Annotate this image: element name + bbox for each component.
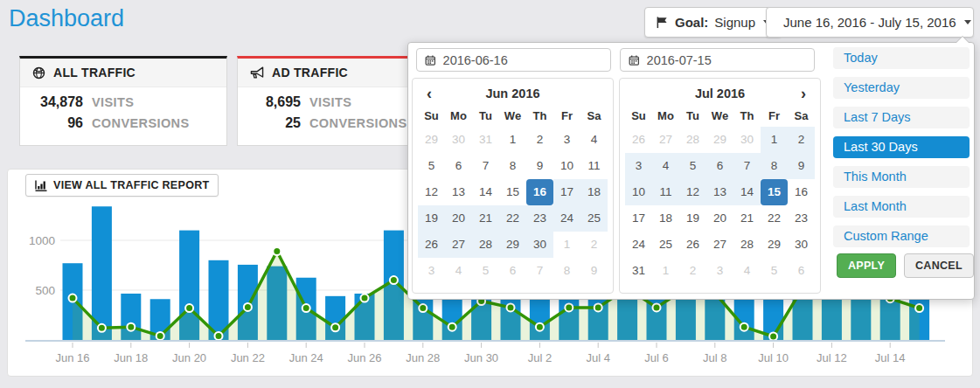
day-cell[interactable]: 4 bbox=[733, 258, 761, 284]
apply-button[interactable]: APPLY bbox=[837, 253, 896, 278]
day-cell[interactable]: 21 bbox=[472, 205, 499, 232]
day-cell[interactable]: 24 bbox=[625, 232, 652, 258]
day-cell[interactable]: 16 bbox=[788, 179, 815, 205]
start-date-field[interactable] bbox=[416, 48, 611, 72]
day-cell[interactable]: 3 bbox=[706, 258, 733, 284]
day-cell[interactable]: 30 bbox=[526, 232, 553, 258]
day-cell[interactable]: 28 bbox=[733, 232, 761, 258]
day-cell[interactable]: 27 bbox=[652, 127, 679, 153]
start-date-input[interactable] bbox=[443, 53, 602, 67]
day-cell[interactable]: 8 bbox=[761, 153, 788, 179]
day-cell[interactable]: 1 bbox=[652, 258, 679, 284]
day-cell[interactable]: 30 bbox=[788, 232, 815, 258]
day-cell[interactable]: 19 bbox=[418, 205, 445, 232]
preset-this-month[interactable]: This Month bbox=[833, 166, 970, 188]
cancel-button[interactable]: CANCEL bbox=[904, 253, 974, 278]
date-range-button[interactable]: June 16, 2016 - July 15, 2016 bbox=[766, 7, 974, 38]
day-cell[interactable]: 1 bbox=[499, 127, 526, 153]
preset-today[interactable]: Today bbox=[833, 47, 970, 69]
day-cell[interactable]: 26 bbox=[679, 232, 706, 258]
day-cell[interactable]: 13 bbox=[445, 179, 472, 205]
day-cell[interactable]: 5 bbox=[472, 258, 499, 284]
day-cell[interactable]: 25 bbox=[580, 205, 608, 232]
day-cell[interactable]: 28 bbox=[679, 127, 706, 153]
day-cell[interactable]: 29 bbox=[418, 127, 445, 153]
day-cell[interactable]: 12 bbox=[679, 179, 706, 205]
day-cell[interactable]: 3 bbox=[418, 258, 445, 284]
day-cell[interactable]: 3 bbox=[625, 153, 652, 179]
preset-last-month[interactable]: Last Month bbox=[833, 196, 970, 218]
end-date-input[interactable] bbox=[647, 53, 806, 67]
day-cell[interactable]: 10 bbox=[553, 153, 580, 179]
day-cell[interactable]: 28 bbox=[472, 232, 499, 258]
day-cell[interactable]: 20 bbox=[706, 205, 733, 232]
day-cell[interactable]: 7 bbox=[472, 153, 499, 179]
day-cell[interactable]: 30 bbox=[445, 127, 472, 153]
day-cell[interactable]: 4 bbox=[652, 153, 679, 179]
day-cell[interactable]: 23 bbox=[526, 205, 553, 232]
day-cell[interactable]: 22 bbox=[499, 205, 526, 232]
day-cell[interactable]: 26 bbox=[625, 127, 652, 153]
day-cell[interactable]: 13 bbox=[706, 179, 733, 205]
day-cell[interactable]: 29 bbox=[761, 232, 788, 258]
day-cell[interactable]: 6 bbox=[706, 153, 733, 179]
day-cell[interactable]: 7 bbox=[526, 258, 553, 284]
next-month-icon[interactable]: › bbox=[792, 85, 815, 102]
day-cell[interactable]: 12 bbox=[418, 179, 445, 205]
day-cell[interactable]: 29 bbox=[499, 232, 526, 258]
day-cell[interactable]: 8 bbox=[553, 258, 580, 284]
preset-yesterday[interactable]: Yesterday bbox=[833, 77, 970, 99]
day-cell[interactable]: 2 bbox=[788, 127, 815, 153]
goal-selector-button[interactable]: Goal: Signup bbox=[644, 7, 782, 38]
day-cell[interactable]: 8 bbox=[499, 153, 526, 179]
day-cell[interactable]: 14 bbox=[472, 179, 499, 205]
day-cell[interactable]: 5 bbox=[761, 258, 788, 284]
day-cell[interactable]: 22 bbox=[761, 205, 788, 232]
day-cell[interactable]: 18 bbox=[580, 179, 608, 205]
day-cell[interactable]: 6 bbox=[788, 258, 815, 284]
day-cell[interactable]: 15 bbox=[761, 179, 788, 205]
day-cell[interactable]: 2 bbox=[526, 127, 553, 153]
day-cell[interactable]: 7 bbox=[733, 153, 761, 179]
day-cell[interactable]: 9 bbox=[526, 153, 553, 179]
day-cell[interactable]: 5 bbox=[418, 153, 445, 179]
end-date-field[interactable] bbox=[620, 48, 815, 72]
day-cell[interactable]: 1 bbox=[553, 232, 580, 258]
day-cell[interactable]: 1 bbox=[761, 127, 788, 153]
day-cell[interactable]: 9 bbox=[580, 258, 608, 284]
preset-last-30-days[interactable]: Last 30 Days bbox=[833, 136, 970, 158]
day-cell[interactable]: 4 bbox=[445, 258, 472, 284]
day-cell[interactable]: 16 bbox=[526, 179, 553, 205]
preset-last-7-days[interactable]: Last 7 Days bbox=[833, 107, 970, 128]
day-cell[interactable]: 30 bbox=[733, 127, 761, 153]
day-cell[interactable]: 17 bbox=[553, 179, 580, 205]
day-cell[interactable]: 27 bbox=[706, 232, 733, 258]
view-all-traffic-report-button[interactable]: VIEW ALL TRAFFIC REPORT bbox=[25, 174, 219, 197]
day-cell[interactable]: 18 bbox=[652, 205, 679, 232]
day-cell[interactable]: 9 bbox=[788, 153, 815, 179]
day-cell[interactable]: 31 bbox=[472, 127, 499, 153]
day-cell[interactable]: 2 bbox=[679, 258, 706, 284]
day-cell[interactable]: 5 bbox=[679, 153, 706, 179]
day-cell[interactable]: 17 bbox=[625, 205, 652, 232]
day-cell[interactable]: 15 bbox=[499, 179, 526, 205]
day-cell[interactable]: 24 bbox=[553, 205, 580, 232]
day-cell[interactable]: 14 bbox=[733, 179, 761, 205]
day-cell[interactable]: 21 bbox=[733, 205, 761, 232]
day-cell[interactable]: 23 bbox=[788, 205, 815, 232]
day-cell[interactable]: 20 bbox=[445, 205, 472, 232]
day-cell[interactable]: 25 bbox=[652, 232, 679, 258]
preset-custom-range[interactable]: Custom Range bbox=[833, 225, 970, 247]
day-cell[interactable]: 10 bbox=[625, 179, 652, 205]
day-cell[interactable]: 2 bbox=[580, 232, 608, 258]
day-cell[interactable]: 6 bbox=[445, 153, 472, 179]
prev-month-icon[interactable]: ‹ bbox=[418, 85, 441, 102]
day-cell[interactable]: 19 bbox=[679, 205, 706, 232]
day-cell[interactable]: 3 bbox=[553, 127, 580, 153]
day-cell[interactable]: 26 bbox=[418, 232, 445, 258]
day-cell[interactable]: 11 bbox=[652, 179, 679, 205]
day-cell[interactable]: 11 bbox=[580, 153, 608, 179]
day-cell[interactable]: 6 bbox=[499, 258, 526, 284]
day-cell[interactable]: 4 bbox=[580, 127, 608, 153]
day-cell[interactable]: 31 bbox=[625, 258, 652, 284]
